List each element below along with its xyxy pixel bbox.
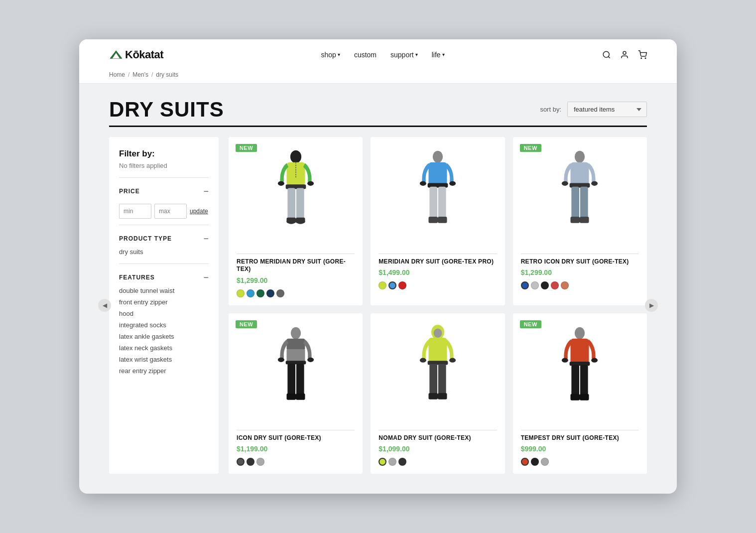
prev-arrow[interactable]: ◀ [98, 299, 111, 312]
svg-line-3 [608, 56, 610, 58]
search-button[interactable] [602, 50, 611, 59]
feature-front-entry-zipper[interactable]: front entry zipper [119, 296, 209, 308]
nav-custom[interactable]: custom [354, 51, 377, 59]
color-swatch-p2-2[interactable] [398, 281, 406, 289]
feature-integrated-socks[interactable]: integrated socks [119, 319, 209, 331]
color-swatch-p2-1[interactable] [388, 281, 396, 289]
feature-rear-entry-zipper[interactable]: rear entry zipper [119, 365, 209, 377]
svg-point-58 [575, 327, 585, 339]
svg-rect-21 [428, 162, 447, 185]
product-card-p2[interactable]: MERIDIAN DRY SUIT (GORE-TEX PRO) $1,499.… [371, 137, 504, 305]
new-badge-p1: NEW [236, 144, 257, 152]
cart-button[interactable] [638, 50, 647, 59]
color-swatch-p5-0[interactable] [378, 458, 386, 466]
feature-hood[interactable]: hood [119, 308, 209, 319]
product-card-p3[interactable]: NEW [513, 137, 647, 305]
feature-latex-ankle-gaskets[interactable]: latex ankle gaskets [119, 331, 209, 342]
features-section-header[interactable]: FEATURES − [119, 270, 209, 285]
feature-double-tunnel-waist[interactable]: double tunnel waist [119, 285, 209, 296]
svg-point-52 [420, 358, 426, 363]
product-name-p2: MERIDIAN DRY SUIT (GORE-TEX PRO) [378, 258, 497, 266]
color-swatch-p6-2[interactable] [541, 458, 549, 466]
features-items: double tunnel waist front entry zipper h… [119, 285, 209, 377]
color-swatch-p1-2[interactable] [256, 289, 264, 297]
product-price-p4: $1,199.00 [237, 445, 355, 453]
product-name-p6: TEMPEST DRY SUIT (GORE-TEX) [521, 434, 639, 442]
svg-rect-44 [287, 364, 295, 396]
product-image-p4 [237, 321, 355, 421]
color-swatch-p6-0[interactable] [521, 458, 529, 466]
svg-rect-26 [438, 187, 446, 219]
main-content: DRY SUITS sort by: featured items newest… [79, 84, 677, 494]
svg-rect-14 [296, 188, 304, 221]
svg-point-7 [290, 150, 301, 163]
svg-point-4 [623, 51, 626, 54]
color-swatch-p5-1[interactable] [388, 458, 396, 466]
color-swatch-p5-2[interactable] [398, 458, 406, 466]
svg-point-12 [307, 181, 314, 186]
product-type-section-header[interactable]: PRODUCT TYPE − [119, 231, 209, 246]
svg-rect-55 [438, 364, 446, 396]
sort-select[interactable]: featured items newest items best selling… [567, 102, 647, 117]
chevron-down-icon: ▾ [338, 52, 340, 57]
price-update-button[interactable]: update [190, 208, 208, 215]
color-swatch-p3-0[interactable] [521, 281, 529, 289]
svg-rect-28 [438, 217, 447, 223]
features-label: FEATURES [119, 274, 155, 281]
next-arrow[interactable]: ▶ [645, 299, 658, 312]
product-card-p6[interactable]: NEW [513, 313, 647, 474]
color-swatch-p4-2[interactable] [256, 458, 264, 466]
svg-rect-50 [428, 338, 447, 363]
new-badge-p4: NEW [236, 320, 257, 328]
logo-text: Kōkatat [125, 48, 163, 61]
feature-latex-neck-gaskets[interactable]: latex neck gaskets [119, 342, 209, 354]
header: Kōkatat shop ▾ custom support ▾ life ▾ [79, 39, 677, 84]
suit-illustration-p6 [555, 325, 605, 417]
svg-point-5 [641, 58, 642, 59]
account-button[interactable] [620, 50, 629, 59]
sidebar: Filter by: No filters applied PRICE − up… [109, 137, 219, 474]
price-inputs: update [119, 204, 209, 219]
svg-rect-13 [287, 188, 295, 221]
product-type-toggle-icon: − [203, 234, 209, 243]
product-card-p4[interactable]: NEW [229, 313, 363, 474]
svg-rect-25 [429, 187, 437, 219]
nav-shop[interactable]: shop ▾ [321, 51, 340, 59]
product-card-p1[interactable]: NEW [229, 137, 363, 305]
color-swatch-p1-1[interactable] [247, 289, 254, 297]
price-section-header[interactable]: PRICE − [119, 184, 209, 199]
nav-life[interactable]: life ▾ [432, 51, 445, 59]
color-swatch-p2-0[interactable] [378, 281, 386, 289]
color-swatch-p1-3[interactable] [266, 289, 274, 297]
price-min-input[interactable] [119, 204, 151, 219]
product-card-p5[interactable]: NOMAD DRY SUIT (GORE-TEX) $1,099.00 [371, 313, 504, 474]
suit-illustration-p2 [413, 148, 463, 241]
feature-latex-wrist-gaskets[interactable]: latex wrist gaskets [119, 354, 209, 365]
color-swatch-p3-4[interactable] [561, 281, 569, 289]
product-type-label: PRODUCT TYPE [119, 235, 172, 242]
color-swatch-p4-1[interactable] [247, 458, 254, 466]
price-max-input[interactable] [154, 204, 187, 219]
color-swatch-p3-2[interactable] [541, 281, 549, 289]
color-swatch-p1-0[interactable] [237, 289, 245, 297]
svg-point-61 [562, 358, 568, 363]
svg-point-20 [433, 151, 443, 163]
logo-icon [109, 49, 123, 60]
product-divider-p1 [237, 254, 355, 254]
color-swatch-p3-1[interactable] [531, 281, 539, 289]
nav-support[interactable]: support ▾ [390, 51, 418, 59]
logo[interactable]: Kōkatat [109, 48, 163, 61]
breadcrumb-mens[interactable]: Men's [132, 71, 148, 78]
svg-rect-16 [286, 218, 296, 223]
product-price-p2: $1,499.00 [378, 268, 497, 276]
color-swatch-p1-4[interactable] [276, 289, 284, 297]
color-swatch-p3-3[interactable] [551, 281, 559, 289]
filter-item-dry-suits[interactable]: dry suits [119, 246, 209, 258]
color-swatch-p6-1[interactable] [531, 458, 539, 466]
content-layout: ◀ Filter by: No filters applied PRICE − … [109, 137, 647, 474]
svg-rect-36 [571, 217, 580, 223]
price-toggle-icon: − [203, 187, 209, 196]
filter-divider-2 [119, 225, 209, 225]
breadcrumb-home[interactable]: Home [109, 71, 125, 78]
color-swatch-p4-0[interactable] [237, 458, 245, 466]
